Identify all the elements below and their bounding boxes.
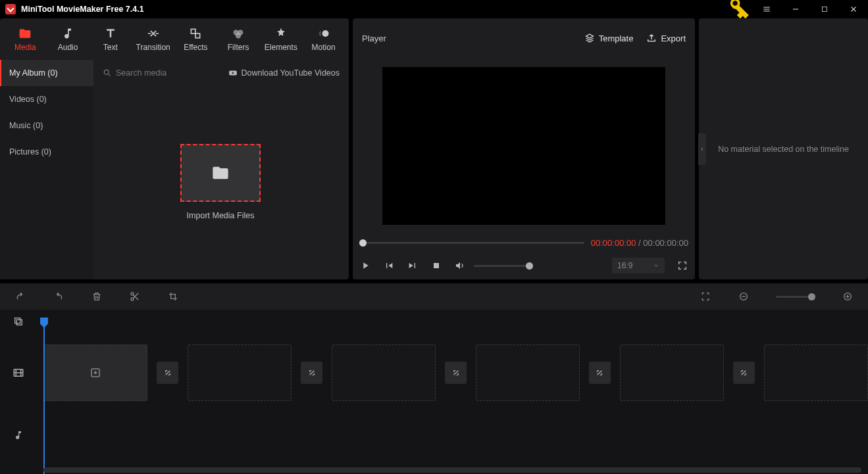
import-media-button[interactable]: [180, 144, 261, 202]
svg-point-13: [104, 70, 109, 74]
maximize-button[interactable]: [810, 0, 839, 18]
tab-effects[interactable]: Effects: [174, 18, 217, 60]
playhead[interactable]: [43, 323, 45, 474]
video-track[interactable]: [37, 333, 868, 412]
download-icon: [89, 367, 101, 379]
search-placeholder: Search media: [116, 68, 166, 78]
template-label: Template: [599, 34, 634, 43]
delete-button[interactable]: [91, 291, 103, 302]
tab-media[interactable]: Media: [4, 18, 47, 60]
scrubber-handle[interactable]: [359, 239, 367, 247]
export-button[interactable]: Export: [646, 33, 686, 43]
search-input[interactable]: Search media: [103, 68, 223, 78]
tab-audio[interactable]: Audio: [47, 18, 89, 60]
timeline: [0, 310, 868, 474]
transition-slot[interactable]: [733, 362, 755, 384]
transition-slot[interactable]: [157, 362, 178, 384]
main-tabs: Media Audio Text Transition Effects Filt…: [0, 18, 349, 60]
sidebar-item-music[interactable]: Music (0): [0, 112, 93, 139]
tab-media-label: Media: [14, 43, 36, 52]
volume-button[interactable]: [454, 260, 466, 272]
audio-track[interactable]: [37, 412, 868, 458]
inspector-empty-text: No material selected on the timeline: [711, 145, 855, 154]
timeline-ruler[interactable]: [37, 310, 868, 333]
export-icon: [646, 33, 657, 43]
next-frame-button[interactable]: [407, 260, 419, 272]
add-track-button[interactable]: [0, 310, 37, 333]
svg-line-14: [108, 74, 110, 76]
tab-motion[interactable]: Motion: [302, 18, 345, 60]
tab-elements[interactable]: Elements: [260, 18, 303, 60]
zoom-handle[interactable]: [808, 293, 815, 300]
timeline-slot[interactable]: [620, 344, 724, 401]
import-media-label: Import Media Files: [180, 211, 261, 220]
transition-slot[interactable]: [301, 362, 322, 384]
zoom-out-button[interactable]: [738, 291, 750, 302]
minimize-button[interactable]: [781, 0, 810, 18]
tab-filters-label: Filters: [228, 43, 249, 52]
playback-scrubber[interactable]: [359, 242, 584, 244]
template-button[interactable]: Template: [584, 33, 634, 43]
folder-icon: [211, 164, 230, 182]
transition-slot[interactable]: [589, 362, 611, 384]
svg-point-12: [322, 30, 328, 37]
timeline-slot[interactable]: [332, 344, 436, 401]
undo-button[interactable]: [14, 291, 26, 302]
download-youtube-button[interactable]: Download YouTube Videos: [228, 68, 340, 78]
tab-text-label: Text: [103, 43, 118, 52]
tab-filters[interactable]: Filters: [217, 18, 260, 60]
menu-icon[interactable]: [752, 0, 781, 18]
tab-effects-label: Effects: [184, 43, 207, 52]
zoom-in-button[interactable]: [842, 291, 854, 302]
tab-text[interactable]: Text: [89, 18, 132, 60]
tab-transition[interactable]: Transition: [132, 18, 174, 60]
video-track-icon: [0, 333, 37, 412]
chevron-right-icon: [700, 147, 705, 152]
timeline-slot[interactable]: [43, 344, 147, 401]
scrollbar-thumb[interactable]: [43, 467, 861, 473]
fit-button[interactable]: [700, 291, 711, 302]
search-icon: [103, 68, 112, 78]
timeline-canvas[interactable]: [37, 310, 868, 474]
player-title: Player: [362, 34, 571, 43]
media-panel: My Album (0) Videos (0) Music (0) Pictur…: [0, 60, 349, 279]
volume-slider[interactable]: [474, 265, 533, 267]
timeline-slot[interactable]: [188, 344, 292, 401]
timeline-slot[interactable]: [476, 344, 580, 401]
timeline-slot[interactable]: [764, 344, 868, 401]
preview-canvas[interactable]: [382, 67, 665, 225]
svg-point-11: [236, 33, 241, 38]
sidebar-item-pictures[interactable]: Pictures (0): [0, 139, 93, 165]
inspector-panel: No material selected on the timeline: [699, 18, 868, 279]
audio-track-icon: [0, 412, 37, 458]
svg-rect-7: [191, 29, 196, 34]
tab-audio-label: Audio: [58, 43, 78, 52]
timeline-scrollbar[interactable]: [43, 467, 861, 473]
transition-slot[interactable]: [445, 362, 467, 384]
crop-button[interactable]: [167, 291, 179, 302]
close-button[interactable]: [839, 0, 868, 18]
chevron-down-icon: [653, 262, 659, 269]
zoom-slider[interactable]: [776, 296, 815, 298]
svg-point-18: [131, 298, 134, 300]
aspect-ratio-value: 16:9: [617, 261, 632, 270]
sidebar-item-my-album[interactable]: My Album (0): [0, 60, 93, 86]
player-panel: Player Template Export 00:00:00:00 / 00:…: [353, 18, 695, 279]
split-button[interactable]: [129, 291, 141, 302]
stop-button[interactable]: [430, 260, 442, 272]
timecode: 00:00:00:00 / 00:00:00:00: [591, 238, 688, 248]
svg-point-17: [131, 293, 134, 295]
collapse-handle[interactable]: [698, 133, 706, 165]
aspect-ratio-select[interactable]: 16:9: [612, 258, 665, 273]
sidebar-item-videos[interactable]: Videos (0): [0, 86, 93, 112]
redo-button[interactable]: [53, 291, 64, 302]
app-logo-icon: [5, 4, 16, 14]
fullscreen-button[interactable]: [677, 260, 688, 272]
svg-rect-24: [15, 318, 20, 323]
tab-motion-label: Motion: [312, 43, 336, 52]
time-current: 00:00:00:00: [591, 238, 636, 248]
volume-handle[interactable]: [526, 262, 533, 270]
license-key-icon[interactable]: [723, 0, 752, 18]
prev-frame-button[interactable]: [383, 260, 395, 272]
play-button[interactable]: [359, 260, 371, 272]
